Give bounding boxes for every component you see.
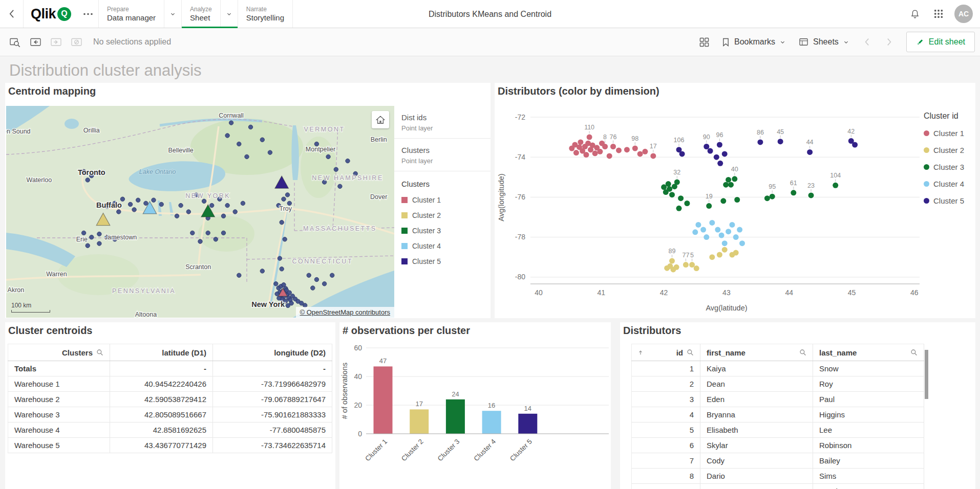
scatter-point[interactable] <box>808 192 814 198</box>
scatter-point[interactable] <box>669 258 675 264</box>
scatter-point[interactable] <box>770 194 775 199</box>
table-cell[interactable]: -73.719966482979 <box>213 376 332 392</box>
table-row[interactable]: Warehouse 140.945422240426-73.7199664829… <box>8 376 332 392</box>
avatar[interactable]: AC <box>954 5 973 23</box>
table-cell[interactable]: Skylar <box>700 438 813 453</box>
scatter-point[interactable] <box>632 146 638 151</box>
scatter-point[interactable] <box>684 201 690 206</box>
map-distributor-point[interactable] <box>117 210 121 214</box>
scatter-legend-item[interactable]: Cluster 2 <box>924 142 974 159</box>
table-cell[interactable]: -79.067889217647 <box>213 392 332 407</box>
map-distributor-point[interactable] <box>179 203 183 207</box>
scatter-point[interactable] <box>723 182 729 188</box>
map-distributor-point[interactable] <box>277 296 281 300</box>
map-legend-item[interactable]: Cluster 4 <box>394 238 491 254</box>
selections-step-back-button[interactable] <box>26 32 45 52</box>
column-header-latitude-d1-[interactable]: latitude (D1) <box>110 344 213 361</box>
table-scrollbar-thumb[interactable] <box>925 350 928 399</box>
bar[interactable] <box>410 409 429 434</box>
scatter-point[interactable] <box>704 234 709 240</box>
clear-selections-button[interactable] <box>67 32 86 52</box>
scatter-point[interactable] <box>708 148 713 154</box>
table-cell[interactable]: 4 <box>632 407 700 423</box>
map-distributor-point[interactable] <box>144 201 148 205</box>
map-distributor-point[interactable] <box>233 210 237 214</box>
scatter-point[interactable] <box>587 135 592 140</box>
map-distributor-point[interactable] <box>274 282 278 286</box>
map-distributor-point[interactable] <box>260 269 264 273</box>
scatter-point[interactable] <box>791 190 796 195</box>
map-distributor-point[interactable] <box>334 167 338 171</box>
scatter-point[interactable] <box>722 151 728 157</box>
scatter-point[interactable] <box>674 180 680 185</box>
table-row[interactable]: 9DeaconHood <box>632 484 924 489</box>
map-distributor-point[interactable] <box>202 199 206 203</box>
nav-section-narrate[interactable]: NarrateStorytelling <box>238 0 293 28</box>
map-distributor-point[interactable] <box>260 138 264 142</box>
column-header-clusters[interactable]: Clusters <box>8 344 110 361</box>
bar-chart[interactable]: 02040604717241614Cluster 1Cluster 2Clust… <box>340 336 611 489</box>
map-distributor-point[interactable] <box>346 159 350 163</box>
scatter-point[interactable] <box>683 262 689 268</box>
edit-sheet-button[interactable]: Edit sheet <box>906 32 975 52</box>
scatter-point[interactable] <box>709 254 715 260</box>
table-cell[interactable]: Paul <box>813 392 924 407</box>
map-distributor-point[interactable] <box>214 237 218 241</box>
scatter-point[interactable] <box>573 150 579 155</box>
table-row[interactable]: 6SkylarRobinson <box>632 438 924 453</box>
map-distributor-point[interactable] <box>128 202 132 206</box>
table-cell[interactable]: Lee <box>813 423 924 438</box>
table-cell[interactable]: Deacon <box>700 484 813 489</box>
scatter-point[interactable] <box>700 227 706 233</box>
map-distributor-point[interactable] <box>229 121 233 125</box>
table-cell[interactable]: 1 <box>632 361 700 376</box>
map-distributor-point[interactable] <box>198 239 202 243</box>
scatter-point[interactable] <box>719 233 725 238</box>
scatter-point[interactable] <box>715 227 720 233</box>
map-distributor-point[interactable] <box>186 210 190 214</box>
table-cell[interactable]: Warehouse 4 <box>8 423 110 438</box>
table-cell[interactable]: -73.734622635714 <box>213 438 332 453</box>
table-cell[interactable]: Elisabeth <box>700 423 813 438</box>
table-cell[interactable]: 42.8581692625 <box>110 423 213 438</box>
table-row[interactable]: Warehouse 543.436770771429-73.7346226357… <box>8 438 332 453</box>
map-distributor-point[interactable] <box>210 203 214 207</box>
scatter-point[interactable] <box>610 144 616 149</box>
scatter-point[interactable] <box>624 147 630 152</box>
column-header-last-name[interactable]: last_name <box>813 344 924 361</box>
scatter-point[interactable] <box>706 203 712 209</box>
table-cell[interactable]: 2 <box>632 376 700 392</box>
table-cell[interactable]: Kaiya <box>700 361 813 376</box>
map-legend-item[interactable]: Cluster 2 <box>394 208 491 223</box>
table-cell[interactable]: 42.590538729412 <box>110 392 213 407</box>
bookmarks-dropdown[interactable]: Bookmarks <box>717 33 791 51</box>
table-row[interactable]: 7CodyBailey <box>632 453 924 469</box>
scatter-point[interactable] <box>778 139 783 144</box>
scatter-point[interactable] <box>678 195 684 201</box>
map-distributor-point[interactable] <box>283 237 287 241</box>
table-cell[interactable]: Sims <box>813 469 924 484</box>
nav-section-prepare[interactable]: PrepareData manager <box>99 0 182 28</box>
nav-caret-button[interactable] <box>220 0 238 28</box>
scatter-point[interactable] <box>578 139 583 145</box>
map-distributor-point[interactable] <box>338 184 342 188</box>
map-distributor-point[interactable] <box>206 231 210 235</box>
notifications-button[interactable] <box>905 4 925 24</box>
scatter-point[interactable] <box>717 252 722 258</box>
map-legend-item[interactable]: Cluster 1 <box>394 192 491 208</box>
column-header-longitude-d2-[interactable]: longitude (D2) <box>213 344 332 361</box>
more-menu-button[interactable] <box>77 0 99 28</box>
map-distributor-point[interactable] <box>241 201 245 205</box>
scatter-chart[interactable]: -72-74-76-78-8040414243444546Avg(longitu… <box>496 102 922 318</box>
map-canvas[interactable]: Owen SoundOrilliaCornwallVERMONTBerlinMo… <box>6 106 394 318</box>
search-icon[interactable] <box>96 349 103 356</box>
map-distributor-point[interactable] <box>86 243 90 248</box>
map-distributor-point[interactable] <box>322 282 326 286</box>
scatter-point[interactable] <box>602 144 608 149</box>
scatter-point[interactable] <box>717 161 723 166</box>
column-header-first-name[interactable]: first_name <box>700 344 813 361</box>
scatter-point[interactable] <box>733 234 739 240</box>
grid-view-button[interactable] <box>694 32 714 52</box>
table-cell[interactable]: Bryanna <box>700 407 813 423</box>
scatter-point[interactable] <box>733 250 739 256</box>
